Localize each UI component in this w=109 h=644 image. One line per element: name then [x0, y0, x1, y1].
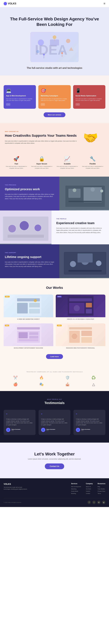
- avatar-0: 👤: [6, 428, 10, 432]
- service-title-1: Marketing Campaigns: [41, 95, 68, 97]
- work-badge-1: UI/UX: [57, 296, 62, 298]
- services-grid: 💻 App & Web Development Duis aute irure …: [4, 85, 105, 109]
- author-role-0: Role: [12, 430, 20, 431]
- feature-title-3: Flexible: [81, 163, 104, 165]
- work-thumb-0: UI/UX: [4, 294, 53, 317]
- svg-point-22: [8, 225, 16, 232]
- svg-rect-53: [69, 327, 92, 330]
- svg-point-38: [34, 299, 37, 302]
- feature-desc-2: Duis aute irure dolor in reprehenderit i…: [56, 166, 79, 169]
- svg-point-2: [66, 39, 70, 43]
- work-preview-2: [16, 325, 41, 344]
- service-title-0: App & Web Development: [6, 95, 34, 97]
- service-desc-1: Duis aute irure dolor in reprehenderit i…: [41, 98, 68, 101]
- hero-title: The Full-Service Web Design Agency You'v…: [6, 16, 103, 27]
- social-twitter[interactable]: t: [92, 501, 96, 504]
- avatar-1: 👤: [41, 428, 45, 432]
- feature-item-0: 🚀 Fast Duis aute irure dolor in reprehen…: [5, 156, 28, 169]
- logo-text: VOLKS: [8, 2, 16, 5]
- testimonial-text-0: It helps us develop a mobile prototype w…: [6, 418, 33, 426]
- supports-inner: Why Choose Us How Creativolks Supports Y…: [5, 131, 104, 150]
- navbar: VOLKS ≡: [0, 0, 109, 7]
- meeting-illustration: [59, 244, 109, 278]
- brand-logo[interactable]: VOLKS: [4, 2, 16, 5]
- cta-desc: Lorem ipsum dolor sit amet, consectetur …: [6, 458, 103, 460]
- footer-link-2-3[interactable]: Terms: [98, 493, 105, 494]
- svg-point-44: [74, 305, 80, 311]
- work-card-3: UI/UX REDESIGN WEB PHOTOGRAPHY PERSONAL: [56, 324, 105, 350]
- experienced-title: Experienced creative team: [56, 221, 104, 225]
- footer-link-1-3[interactable]: Contact: [86, 493, 93, 494]
- process-section: THE PROCESS Optimized process work Duis …: [0, 176, 109, 210]
- work-title-0: UI WEB SEO MARKETING AGENCY: [4, 317, 53, 321]
- feature-desc-1: Duis aute irure dolor in reprehenderit i…: [30, 166, 53, 169]
- footer-copyright: © 2024 Volks. All rights reserved.: [4, 502, 22, 503]
- service-desc-0: Duis aute irure dolor in reprehenderit i…: [6, 98, 34, 101]
- trusted-label: TRUSTED BY COMPANIES OF ALL SIZES AND PA…: [4, 371, 105, 372]
- svg-rect-25: [8, 235, 44, 238]
- process-block: THE PROCESS Optimized process work Duis …: [0, 176, 109, 210]
- feature-item-2: 📈 Scalable Duis aute irure dolor in repr…: [56, 156, 79, 169]
- trusted-logo-6: 🎪: [65, 382, 70, 386]
- trusted-logo-1: 🔥: [39, 376, 44, 380]
- service-btn-2[interactable]: →: [75, 103, 80, 106]
- feature-icon-3: 🔧: [81, 156, 104, 162]
- service-icon-2: 📱: [75, 88, 103, 93]
- trusted-logo-4: 🍎: [13, 382, 18, 386]
- footer-link-0-0[interactable]: Web Development: [71, 486, 81, 487]
- social-instagram[interactable]: ig: [102, 501, 105, 504]
- testimonial-text-1: It helps us develop a mobile prototype w…: [41, 418, 68, 426]
- footer-link-1-0[interactable]: About Us: [86, 486, 93, 487]
- svg-rect-31: [68, 270, 102, 272]
- footer-col-heading-0: Services: [71, 483, 81, 484]
- footer-link-0-1[interactable]: Marketing: [71, 488, 81, 490]
- supports-label: Why Choose Us: [5, 131, 78, 132]
- quote-icon-1: ": [41, 413, 68, 417]
- footer-link-2-1[interactable]: Case Studies: [98, 488, 105, 490]
- supports-section: Why Choose Us How Creativolks Supports Y…: [0, 123, 109, 176]
- svg-rect-32: [77, 254, 93, 262]
- footer: VOLKS The full-service studio with art a…: [0, 478, 109, 507]
- footer-link-0-2[interactable]: Social Media: [71, 490, 81, 492]
- footer-link-2-2[interactable]: Privacy Policy: [98, 490, 105, 492]
- service-btn-1[interactable]: →: [41, 103, 45, 106]
- load-more-btn[interactable]: Load more: [46, 354, 63, 359]
- footer-inner: VOLKS The full-service studio with art a…: [4, 483, 105, 495]
- feature-title-1: Super Secure: [30, 163, 53, 165]
- menu-button[interactable]: ≡: [103, 2, 105, 5]
- footer-link-1-2[interactable]: Careers: [86, 490, 93, 492]
- works-section: Our Works UI/UX UI WEB SEO MARKETING AGE…: [0, 278, 109, 366]
- experienced-desc: Duis aute irure dolor in reprehenderit i…: [56, 227, 104, 234]
- avatar-2: 👤: [76, 428, 80, 432]
- feature-item-3: 🔧 Flexible Duis aute irure dolor in repr…: [81, 156, 104, 169]
- lifetime-text: THE SUPPORT Lifetime ongoing support Dui…: [0, 244, 59, 278]
- footer-link-0-3[interactable]: Branding: [71, 493, 81, 494]
- work-card-0: UI/UX UI WEB SEO MARKETING AGENCY: [4, 294, 53, 321]
- feature-title-0: Fast: [5, 163, 28, 165]
- trusted-logo-0: ✂️: [13, 376, 18, 380]
- feature-desc-3: Duis aute irure dolor in reprehenderit i…: [81, 166, 104, 169]
- footer-logo: VOLKS: [4, 483, 28, 485]
- testimonial-author-2: 👤 Name Surname Role: [76, 428, 103, 432]
- svg-rect-46: [17, 327, 40, 330]
- svg-rect-48: [19, 332, 28, 338]
- lifetime-label: THE SUPPORT: [5, 252, 55, 254]
- footer-link-1-1[interactable]: Our Work: [86, 488, 93, 490]
- testimonial-card-1: " It helps us develop a mobile prototype…: [39, 410, 71, 435]
- svg-point-6: [43, 54, 45, 56]
- experienced-section: THE PEOPLE Experienced creative team Dui…: [0, 210, 109, 244]
- cta-contact-btn[interactable]: Contact Us: [45, 464, 64, 469]
- service-btn-0[interactable]: →: [6, 103, 10, 106]
- social-facebook[interactable]: f: [87, 501, 91, 504]
- work-title-1: CREATE UI & UX BUSINESS CONSULTANT: [56, 317, 105, 321]
- service-card-0: 💻 App & Web Development Duis aute irure …: [4, 85, 36, 109]
- work-thumb-3: UI/UX: [56, 324, 105, 346]
- svg-point-18: [100, 190, 103, 192]
- svg-rect-51: [19, 339, 38, 341]
- social-linkedin[interactable]: in: [97, 501, 100, 504]
- svg-rect-36: [29, 303, 40, 308]
- services-more-btn[interactable]: More our service: [44, 112, 65, 117]
- footer-col-1: Company About Us Our Work Careers Contac…: [86, 483, 93, 495]
- footer-link-2-0[interactable]: Blog: [98, 486, 105, 487]
- author-name-2: Name Surname: [81, 429, 90, 430]
